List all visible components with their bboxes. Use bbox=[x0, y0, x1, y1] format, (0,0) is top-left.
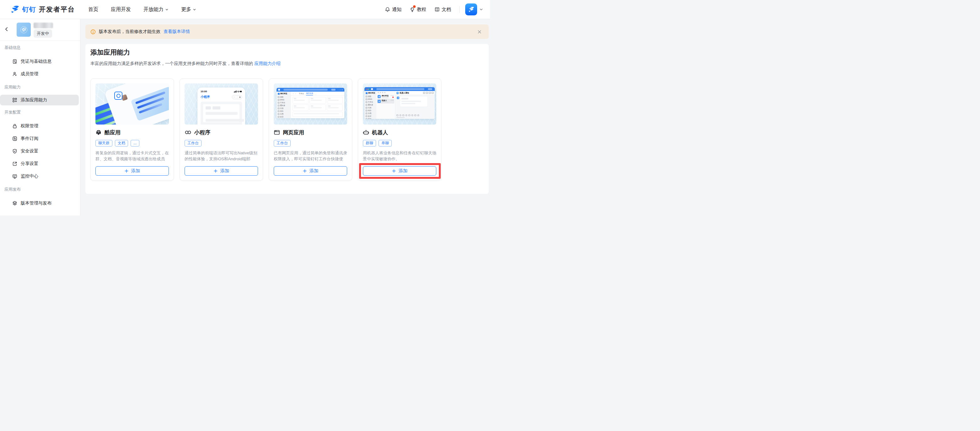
sidebar-section-dev-config: 开发配置 bbox=[5, 110, 80, 115]
add-web-app-button[interactable]: 添加 bbox=[274, 166, 347, 176]
vertical-divider bbox=[459, 6, 460, 13]
chevron-down-icon[interactable] bbox=[479, 8, 483, 11]
tag: 聊天群 bbox=[95, 140, 112, 146]
illustration-chat-window: 机器人通知 bbox=[395, 91, 435, 119]
status-icons bbox=[234, 90, 242, 93]
web-app-illustration: ─□✕ 网钉科技 消息DING工作台通讯录日历待办文档会议邮箱项目云盘标签 ‹ … bbox=[274, 84, 347, 125]
mini-menu-item: 消息 bbox=[366, 95, 376, 98]
card-description: 将复杂的应用逻辑，通过卡片式交互，在群、文档、音视频等场域浅透出给成员快... bbox=[95, 150, 169, 162]
nav-item-app-dev[interactable]: 应用开发 bbox=[111, 6, 131, 13]
tag: 工作台 bbox=[185, 140, 202, 146]
illustration-chat-list: 网钉科技 17:00 机器人 bbox=[376, 91, 395, 119]
illustration-chat-bubble bbox=[130, 86, 169, 121]
robot-illustration: 网钉科技 消息DING工作台通讯录日历待办文档会议邮箱项目云盘标签 网钉科技 bbox=[363, 84, 436, 125]
mini-menu-item: 日历 bbox=[366, 106, 376, 109]
chevron-down-icon bbox=[193, 8, 196, 11]
tag: 群聊 bbox=[363, 140, 376, 146]
sidebar-item-version-release[interactable]: 版本管理与发布 bbox=[0, 197, 80, 209]
mini-menu-item: 文档 bbox=[366, 112, 376, 115]
brand[interactable]: 钉钉 开发者平台 bbox=[10, 4, 75, 15]
sidebar-item-event-subscription[interactable]: 事件订阅 bbox=[0, 132, 80, 145]
capability-cards: 网钉大家庭 酷应用 聊天群 文档 ... bbox=[91, 78, 484, 181]
event-icon bbox=[12, 136, 17, 141]
tutorial-button[interactable]: 教程 bbox=[410, 6, 426, 13]
card-description: 用机器人将业务信息和任务在钉钉聊天场景中实现敏捷协作。 bbox=[363, 150, 436, 162]
card-description: 通过简单的前端语法即可写出Native级别的性能体验，支持iOS和Android… bbox=[185, 150, 258, 162]
avatar[interactable] bbox=[465, 3, 477, 15]
nav-item-more[interactable]: 更多 bbox=[181, 6, 196, 13]
sidebar-item-add-capability[interactable]: 添加应用能力 bbox=[0, 95, 79, 105]
close-icon[interactable] bbox=[477, 30, 482, 34]
sidebar-app-header: 开发中 bbox=[0, 19, 80, 41]
member-icon bbox=[12, 71, 17, 76]
top-nav: 钉钉 开发者平台 首页 应用开发 开放能力 更多 通知 教程 文档 bbox=[0, 0, 490, 19]
security-icon bbox=[12, 149, 17, 154]
notification-red-dot bbox=[413, 5, 415, 8]
sidebar-section-basic-info: 基础信息 bbox=[5, 45, 80, 50]
illustration-title-bar: ─□✕ bbox=[277, 88, 344, 92]
sidebar-item-security[interactable]: 安全设置 bbox=[0, 145, 80, 157]
tag: 文档 bbox=[115, 140, 128, 146]
brand-product: 开发者平台 bbox=[39, 5, 75, 14]
page-description: 丰富的应用能力满足多样的开发诉求，一个应用支持多种能力同时开发，查看详细的 应用… bbox=[91, 60, 484, 67]
nav-item-open-capability[interactable]: 开放能力 bbox=[143, 6, 169, 13]
nav-item-home[interactable]: 首页 bbox=[88, 6, 98, 13]
tag: 单聊 bbox=[379, 140, 392, 146]
illustration-desktop-window: ─□✕ 网钉科技 消息DING工作台通讯录日历待办文档会议邮箱项目云盘标签 ‹ … bbox=[277, 88, 344, 118]
illustration-app-bar: 小程序 ···⊗ bbox=[200, 95, 242, 99]
mini-menu-item: 待办 bbox=[366, 109, 376, 112]
card-cool-app: 网钉大家庭 酷应用 聊天群 文档 ... bbox=[91, 78, 174, 181]
card-title: 机器人 bbox=[372, 129, 388, 136]
illustration-app-title: 小程序 bbox=[200, 95, 210, 99]
cool-app-illustration: 网钉大家庭 bbox=[95, 84, 169, 125]
mini-menu-item: 待办 bbox=[278, 110, 291, 113]
cool-app-icon bbox=[95, 129, 102, 136]
card-title-row: 小程序 bbox=[185, 128, 258, 136]
docs-button[interactable]: 文档 bbox=[434, 6, 451, 13]
capability-intro-link[interactable]: 应用能力介绍 bbox=[254, 61, 281, 66]
nav-right: 通知 教程 文档 bbox=[377, 3, 483, 15]
lock-icon bbox=[12, 124, 17, 128]
plus-icon bbox=[124, 169, 129, 173]
mini-menu-item: 通讯录 bbox=[278, 104, 291, 107]
chevron-down-icon bbox=[165, 8, 169, 11]
bell-icon bbox=[385, 7, 390, 12]
illustration-desktop-window: 网钉科技 消息DING工作台通讯录日历待办文档会议邮箱项目云盘标签 网钉科技 bbox=[364, 87, 435, 119]
card-title: 网页应用 bbox=[283, 129, 304, 136]
app-status-badge: 开发中 bbox=[33, 30, 52, 38]
banner-link[interactable]: 查看版本详情 bbox=[164, 29, 190, 35]
illustration-phone: 10:00 小程序 ···⊗ bbox=[197, 87, 245, 125]
card-title: 酷应用 bbox=[105, 129, 121, 136]
tag: ... bbox=[130, 140, 139, 146]
card-mini-program: 10:00 小程序 ···⊗ bbox=[180, 78, 263, 181]
main-area: 版本发布后，当前修改才能生效 查看版本详情 添加应用能力 丰富的应用能力满足多样… bbox=[80, 19, 490, 216]
sidebar: 开发中 基础信息 凭证与基础信息 成员管理 应用能力 添加应用能力 开发配置 权… bbox=[0, 19, 80, 216]
mini-menu-item: 文档 bbox=[278, 113, 291, 116]
robot-icon bbox=[363, 129, 369, 136]
sidebar-item-monitor[interactable]: 监控中心 bbox=[0, 170, 80, 182]
card-robot: 网钉科技 消息DING工作台通讯录日历待办文档会议邮箱项目云盘标签 网钉科技 bbox=[358, 78, 441, 181]
capability-panel: 添加应用能力 丰富的应用能力满足多样的开发诉求，一个应用支持多种能力同时开发，查… bbox=[85, 44, 489, 194]
sidebar-item-permissions[interactable]: 权限管理 bbox=[0, 120, 80, 132]
sidebar-section-release: 应用发布 bbox=[5, 187, 80, 192]
back-button[interactable] bbox=[4, 27, 9, 32]
mini-menu-item: DING bbox=[278, 98, 291, 101]
add-mini-program-button[interactable]: 添加 bbox=[185, 166, 258, 176]
illustration-mini-sidebar: 网钉科技 消息DING工作台通讯录日历待办文档会议邮箱项目云盘标签 bbox=[364, 91, 376, 119]
illustration-placeholder-grid bbox=[291, 96, 344, 118]
illustration-time: 10:00 bbox=[200, 90, 207, 93]
plus-icon bbox=[213, 169, 218, 173]
illustration-capsule-buttons: ···⊗ bbox=[232, 95, 242, 99]
mini-menu-item: 工作台 bbox=[366, 101, 376, 103]
mini-program-icon bbox=[185, 130, 191, 135]
illustration-phone: 网钉大家庭 bbox=[104, 84, 169, 125]
sidebar-item-members[interactable]: 成员管理 bbox=[0, 68, 80, 80]
illustration-app-badge bbox=[114, 92, 123, 100]
notifications-button[interactable]: 通知 bbox=[385, 6, 401, 13]
card-description: 已有网页应用，通过简单的免登和通讯录权限接入，即可实现钉钉工作台快捷使用。 bbox=[274, 150, 347, 162]
add-robot-button[interactable]: 添加 bbox=[363, 166, 436, 176]
sidebar-item-share-settings[interactable]: 分享设置 bbox=[0, 157, 80, 170]
sidebar-item-credentials[interactable]: 凭证与基础信息 bbox=[0, 55, 80, 68]
info-icon bbox=[91, 29, 96, 35]
add-cool-app-button[interactable]: 添加 bbox=[95, 166, 169, 176]
